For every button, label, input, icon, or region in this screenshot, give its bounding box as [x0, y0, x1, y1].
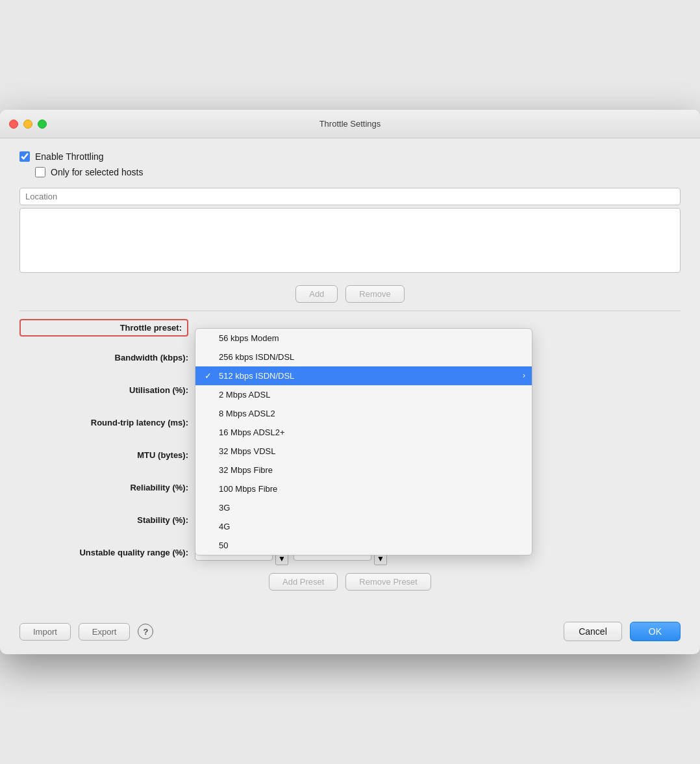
dropdown-item-100mbps[interactable]: 100 Mbps Fibre: [195, 479, 532, 498]
window-title: Throttle Settings: [319, 119, 381, 129]
settings-grid: Throttle preset: 56 kbps Modem 256 kbps …: [19, 319, 681, 591]
minimize-button[interactable]: [23, 120, 32, 129]
traffic-lights: [9, 120, 47, 129]
export-button[interactable]: Export: [79, 623, 131, 641]
cancel-button[interactable]: Cancel: [564, 622, 622, 641]
dropdown-item-512kbps[interactable]: ✓ 512 kbps ISDN/DSL ›: [195, 366, 532, 385]
location-input[interactable]: [19, 188, 681, 205]
main-content: Enable Throttling Only for selected host…: [0, 138, 700, 611]
dropdown-item-50[interactable]: 50: [195, 536, 532, 555]
chevron-right-icon: ›: [523, 371, 525, 380]
separator-1: [19, 311, 681, 311]
checkmark-icon: ✓: [205, 371, 212, 381]
remove-button[interactable]: Remove: [345, 285, 404, 303]
remove-preset-button[interactable]: Remove Preset: [345, 573, 431, 591]
dropdown-item-56kbps[interactable]: 56 kbps Modem: [195, 329, 532, 348]
only-selected-hosts-row: Only for selected hosts: [35, 167, 681, 177]
dropdown-item-2mbps[interactable]: 2 Mbps ADSL: [195, 385, 532, 404]
ok-button[interactable]: OK: [630, 622, 681, 641]
throttle-settings-window: Throttle Settings Enable Throttling Only…: [0, 110, 700, 654]
close-button[interactable]: [9, 120, 18, 129]
location-section: [19, 188, 681, 275]
mtu-label: MTU (bytes):: [19, 450, 188, 460]
import-button[interactable]: Import: [19, 623, 71, 641]
utilisation-label: Utilisation (%):: [19, 385, 188, 395]
latency-label: Round-trip latency (ms):: [19, 418, 188, 427]
titlebar: Throttle Settings: [0, 110, 700, 138]
throttle-preset-label: Throttle preset:: [19, 319, 188, 337]
only-selected-hosts-checkbox[interactable]: [35, 167, 45, 177]
add-button[interactable]: Add: [295, 285, 338, 303]
dropdown-item-32mbps-vdsl[interactable]: 32 Mbps VDSL: [195, 442, 532, 461]
dropdown-item-3g[interactable]: 3G: [195, 498, 532, 517]
throttle-preset-dropdown[interactable]: 56 kbps Modem 256 kbps ISDN/DSL ✓ 512 kb…: [195, 328, 532, 555]
enable-throttling-row: Enable Throttling: [19, 151, 681, 162]
reliability-label: Reliability (%):: [19, 483, 188, 492]
throttle-preset-row: Throttle preset: 56 kbps Modem 256 kbps …: [19, 319, 681, 337]
add-preset-button[interactable]: Add Preset: [269, 573, 338, 591]
enable-throttling-label: Enable Throttling: [35, 151, 104, 162]
add-remove-buttons: Add Remove: [19, 285, 681, 303]
maximize-button[interactable]: [38, 120, 47, 129]
dropdown-item-256kbps[interactable]: 256 kbps ISDN/DSL: [195, 348, 532, 366]
dropdown-item-4g[interactable]: 4G: [195, 517, 532, 536]
dropdown-item-16mbps[interactable]: 16 Mbps ADSL2+: [195, 423, 532, 442]
bandwidth-label: Bandwidth (kbps):: [19, 353, 188, 363]
enable-throttling-checkbox[interactable]: [19, 151, 30, 162]
dropdown-item-32mbps-fibre[interactable]: 32 Mbps Fibre: [195, 461, 532, 479]
hosts-textarea[interactable]: [19, 208, 681, 273]
stability-label: Stability (%):: [19, 515, 188, 525]
only-selected-hosts-label: Only for selected hosts: [51, 167, 143, 177]
help-button[interactable]: ?: [138, 624, 153, 639]
unstable-quality-label: Unstable quality range (%):: [19, 548, 188, 557]
bottom-bar: Import Export ? Cancel OK: [0, 611, 700, 654]
dropdown-item-8mbps[interactable]: 8 Mbps ADSL2: [195, 404, 532, 423]
preset-buttons: Add Preset Remove Preset: [19, 573, 681, 591]
